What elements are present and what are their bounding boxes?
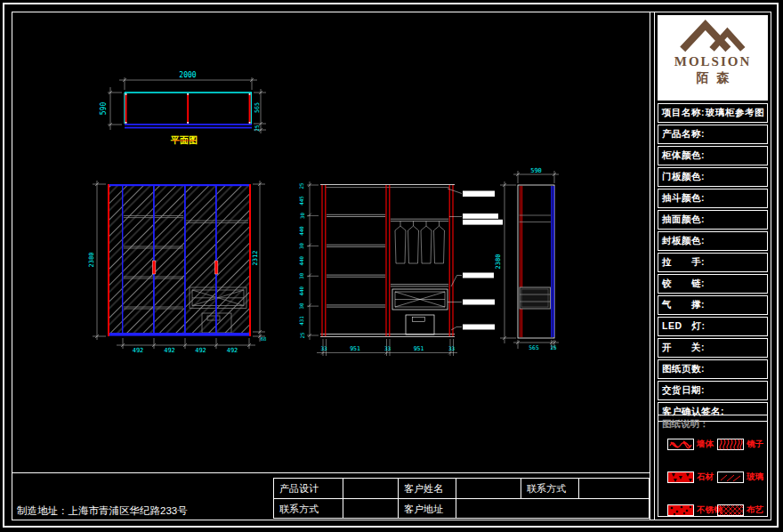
svg-text:30: 30 [300, 302, 305, 309]
field-switch: 开 关: [658, 338, 768, 358]
field-led-light: LED 灯: [658, 317, 768, 336]
table-row: 联系方式 客户地址 [274, 499, 649, 519]
customer-address-value-cell [456, 499, 649, 519]
field-panel-color: 封板颜色: [658, 231, 768, 251]
customer-address-label-cell: 客户地址 [399, 499, 456, 519]
dimension-label: 2312 [252, 251, 259, 266]
dimension-label: 590 [100, 102, 108, 116]
table-row: 产品设计 客户姓名 联系方式 [274, 479, 649, 499]
door-frame [215, 186, 217, 333]
steel-hatch-swatch [667, 504, 694, 516]
title-block: MOLSION 陌森 项目名称:玻璃柜参考图 产品名称: 柜体颜色: 门板颜色:… [655, 12, 771, 520]
door-handle [152, 261, 156, 274]
door-frame [153, 186, 155, 333]
carcass-panels [322, 185, 453, 336]
field-hinge: 铰 链: [658, 274, 768, 294]
plan-stud-center [187, 94, 189, 124]
legend-item-steel: 不锈钢 [667, 504, 722, 516]
customer-info-table: 产品设计 客户姓名 联系方式 联系方式 客户地址 [273, 478, 650, 519]
dimension-label: 2380 [495, 254, 502, 270]
dimension-label: 68 [261, 336, 267, 342]
plan-stud-right [249, 94, 251, 124]
shelves [327, 214, 448, 307]
door-frame [184, 186, 186, 333]
title-block-fields: 项目名称:玻璃柜参考图 产品名称: 柜体颜色: 门板颜色: 抽斗颜色: 抽面颜色… [658, 103, 768, 423]
legend-item-stone: 石材 [667, 472, 714, 483]
company-logo: MOLSION 陌森 [658, 15, 768, 101]
svg-text:33: 33 [448, 345, 456, 351]
field-sheet-count: 图纸页数: [658, 359, 768, 379]
design-value-cell [343, 479, 399, 498]
svg-text:25: 25 [300, 182, 305, 189]
svg-text:951: 951 [414, 345, 424, 352]
field-project-name: 项目名称:玻璃柜参考图 [658, 103, 768, 123]
side-dim-lines [500, 171, 559, 349]
carcass-box [406, 315, 434, 335]
svg-text:440: 440 [300, 226, 305, 236]
dimension-label: 2380 [88, 253, 95, 268]
plan-view-title: 平面图 [170, 135, 198, 145]
field-delivery-date: 交货日期: [658, 381, 768, 400]
legend-item-glass: 玻璃 [717, 472, 763, 483]
mirror-hatch-swatch [717, 439, 744, 450]
carcass-elevation: 25 445 30 440 30 440 30 440 30 431 25 33… [300, 181, 504, 356]
dimension-label: 590 [530, 167, 542, 174]
dimension-label: 565 [529, 344, 539, 351]
contact-value-cell [579, 479, 649, 498]
svg-text:30: 30 [300, 272, 305, 278]
svg-text:30: 30 [300, 213, 305, 219]
plan-stud-left [125, 94, 127, 124]
door-handle [214, 261, 218, 274]
legend-item-wall: 墙体 [667, 439, 714, 450]
brand-name-cn: 陌森 [689, 70, 738, 86]
field-gas-stay: 气 撑: [658, 295, 768, 315]
legend-section: 图纸说明： 墙体 镜子 [658, 415, 768, 517]
side-section: 590 565 25 2380 [495, 167, 560, 351]
contact-label-cell: 联系方式 [521, 479, 579, 498]
dimension-label: 2000 [179, 71, 196, 79]
field-drawer-color: 抽斗颜色: [658, 189, 768, 208]
field-carcass-color: 柜体颜色: [658, 146, 768, 165]
contact-label-cell-2: 联系方式 [274, 499, 343, 519]
carcass-col-dims: 33 951 33 951 33 [320, 345, 455, 352]
legend-item-fabric: 布艺 [717, 504, 763, 516]
svg-text:33: 33 [384, 345, 392, 351]
cad-drawing-sheet: 2000 590 565 25 平面图 [0, 0, 783, 532]
stone-hatch-swatch [667, 472, 694, 483]
customer-name-label-cell: 客户姓名 [399, 479, 456, 498]
dimension-label: 25 [550, 344, 557, 351]
dimension-label: 492 [133, 347, 144, 354]
legend-item-mirror: 镜子 [717, 439, 763, 450]
svg-text:431: 431 [300, 316, 305, 326]
dimension-label: 25 [254, 125, 260, 132]
door-frame [122, 186, 123, 333]
dimension-label: 492 [164, 347, 175, 354]
carcass-drawer [392, 289, 448, 310]
contact-value-cell-2 [343, 499, 399, 519]
dimension-label: 492 [227, 347, 238, 354]
carcass-row-dims: 25 445 30 440 30 440 30 440 30 431 25 [300, 182, 305, 339]
field-handle: 拉 手: [658, 253, 768, 272]
svg-text:33: 33 [320, 345, 327, 351]
clothes-hangers [395, 222, 445, 263]
drawing-canvas: 2000 590 565 25 平面图 [12, 12, 650, 473]
carcass-dim-lines [307, 181, 457, 356]
plan-view: 2000 590 565 25 平面图 [100, 71, 266, 145]
glass-hatch [109, 186, 249, 333]
dimension-label: 492 [195, 347, 206, 354]
legend-title: 图纸说明： [658, 415, 767, 431]
glass-hatch-swatch [717, 472, 744, 483]
svg-text:445: 445 [300, 196, 305, 206]
dimension-label: 565 [254, 102, 261, 113]
svg-text:30: 30 [300, 242, 305, 248]
manufacture-address: 制造地址：上海市青浦区华纪路233号 [17, 504, 254, 519]
field-drawer-front-color: 抽面颜色: [658, 210, 768, 230]
side-drawer [520, 287, 551, 309]
brand-name: MOLSION [674, 54, 752, 69]
fabric-hatch-swatch [717, 504, 744, 516]
wall-hatch-swatch [667, 439, 694, 450]
svg-text:25: 25 [300, 332, 305, 338]
design-label-cell: 产品设计 [274, 479, 343, 498]
field-product-name: 产品名称: [658, 125, 768, 144]
svg-text:951: 951 [350, 345, 360, 352]
